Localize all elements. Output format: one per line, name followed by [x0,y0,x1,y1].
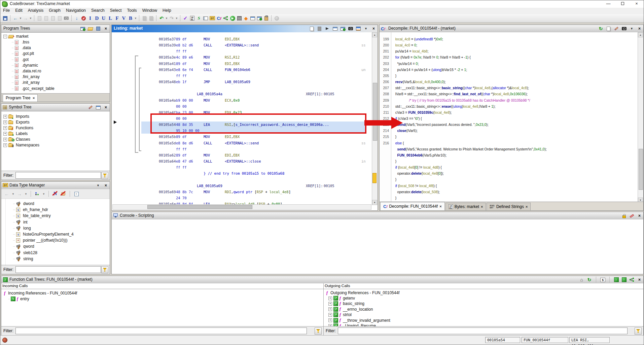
data-type-item[interactable]: ···*pointer __((offset(0x10))) [13,238,68,243]
dropdown-icon[interactable]: ▼ [629,26,635,32]
outgoing-call-item[interactable]: +↗fbasic_string [328,301,364,306]
snapshot-icon[interactable] [348,26,353,32]
listing-row[interactable]: 00105a6289 dfMOVEDI,EBX [112,152,378,158]
listing-row[interactable]: 00105a6948 8b 7cMOVRDI,qword ptr [RSP + … [112,189,378,195]
back-icon[interactable]: ← [12,15,19,22]
outgoing-calls-tree[interactable]: fOutgoing References - FUN_0010544f+↗fge… [324,289,643,326]
calltree-icon[interactable] [223,15,229,22]
incoming-root[interactable]: fIncoming References - FUN_0010544f [4,290,77,296]
scroll-lock-icon[interactable] [621,213,627,219]
symbol-tree-item-labels[interactable]: +●Labels [3,131,28,136]
listing-row[interactable]: } // end try from 00105a15 to 00105a68 [112,170,378,176]
insert-u-icon[interactable]: U [101,15,107,22]
close-icon[interactable]: × [637,26,642,32]
tab-defined-strings[interactable]: 0101DATDefined Strings× [487,203,531,210]
tab-close-icon[interactable]: × [481,205,483,209]
dropdown-icon[interactable]: ▼ [165,15,168,22]
incoming-filter-input[interactable] [15,327,307,334]
data-type-item[interactable]: ···SNoteGnuPropertyElement_4 [13,232,74,237]
listing-row[interactable]: ff ff [112,164,378,170]
tab-close-icon[interactable]: × [526,205,528,209]
menu-select[interactable]: Select [107,8,124,13]
outgoing-filter-input[interactable] [338,327,628,334]
call-trees-header[interactable]: ƒ Function Call Trees: FUN_0010544f - (m… [1,276,643,284]
data-type-item[interactable]: ···qword [13,244,34,249]
decompile-line[interactable]: } [392,195,637,201]
decompile-line[interactable]: send(iVar5,"Access granted. Welcome to P… [392,146,637,152]
menu-analysis[interactable]: Analysis [25,8,46,13]
data-type-item[interactable]: ···Seh_frame_hdr [13,207,48,212]
edit-icon[interactable] [613,26,619,32]
decompile-line[interactable]: local_4c8 = (undefined8 *)0x0; [392,36,637,42]
decompile-vscrollbar[interactable]: ▲ ▼ [638,32,643,203]
dropdown-icon[interactable]: ▼ [363,26,369,32]
data-type-item[interactable]: ···int [13,219,28,225]
decompile-line[interactable]: recv(iVar5,&local_4c8,0x400,0); [392,79,637,85]
clear-bytes-icon[interactable] [148,15,154,22]
insert-v-icon[interactable]: V [121,15,127,22]
decompile-line[interactable]: std::__cxx11::basic_string<>::erase((ulo… [392,103,637,109]
data-type-item[interactable]: ···sleb128 [13,250,37,255]
collapse-all-icon[interactable]: − [73,191,79,197]
memory-icon[interactable] [236,15,242,22]
decompile-line[interactable]: operator.delete(local_508); [392,189,637,195]
close-panel-icon[interactable]: × [637,213,642,219]
validate-icon[interactable]: ✓ [182,15,188,22]
decompile-line[interactable]: } [392,134,637,140]
snapshot-nav-icon[interactable] [63,15,69,22]
listing-row[interactable]: 00 00 [112,103,378,109]
listing-header[interactable]: Listing: market ▼× [112,25,378,33]
outgoing-root[interactable]: fOutgoing References - FUN_0010544f [326,290,399,296]
console-header[interactable]: Console - Scripting × [112,212,643,220]
script-icon[interactable]: S [196,15,202,22]
listing-row[interactable]: 00105a48eb 1fJMPLAB_00105a69 [112,79,378,85]
symbol-tree-item-exports[interactable]: +Exports [3,119,30,125]
tree-item-section[interactable]: ···.dynamic [11,63,38,68]
list-view-icon[interactable] [95,105,101,110]
tab-bytes-market[interactable]: 1001Bytes: market× [445,203,486,210]
filter-options-icon[interactable] [315,327,322,335]
menu-search[interactable]: Search [88,8,107,13]
clear-console-icon[interactable] [629,213,635,219]
program-tree-tab[interactable]: Program Tree × [3,94,38,102]
copy-icon[interactable] [606,26,611,32]
incoming-call-item[interactable]: ··↳fentry [8,296,29,302]
menu-help[interactable]: Help [160,8,174,13]
conflict-mode-icon[interactable] [34,191,40,197]
decompile-line[interactable]: FUN_00104eb6(iVar5,plVar10); [392,152,637,158]
incoming-filter-icon[interactable]: ↓ [613,277,619,283]
console-output[interactable] [112,219,643,274]
dropdown-icon[interactable]: ▼ [175,15,178,22]
listing-row[interactable]: ff ff [112,146,378,152]
decompile-line[interactable]: /* try { // try from 00105a15 to 00105a6… [392,97,637,103]
data-type-item[interactable]: ···long [13,226,31,231]
insert-b-icon[interactable]: B [128,15,134,22]
format-icon[interactable] [355,26,361,32]
filter-options-icon[interactable] [101,172,108,179]
close-icon[interactable]: × [371,26,377,32]
insert-l-icon[interactable]: L [107,15,113,22]
symbol-tree-item-classes[interactable]: +CClasses [3,137,30,142]
open-folder-icon[interactable] [87,26,93,32]
listing-row[interactable]: 24 70 [112,195,378,201]
run-icon[interactable]: ▶ [229,15,236,22]
decompile-header[interactable]: Cf Decompile: FUN_0010544f - (market) ↻▼… [380,25,643,33]
paste-icon[interactable] [317,26,322,32]
outgoing-call-item[interactable]: +↗fgetenv [328,296,355,301]
decompile-line[interactable]: else { [392,140,637,146]
new-tree-icon[interactable] [80,26,85,32]
decompile-line[interactable]: cVar3 = FUN_0010359c(local_4e8); [392,109,637,115]
menu-window[interactable]: Window [140,8,160,13]
decompile-line[interactable]: std::__cxx11::basic_string<>::basic_stri… [392,85,637,91]
listing-row[interactable]: ff ff [112,73,378,79]
bookmark-marker[interactable] [372,173,377,183]
forward-icon[interactable]: → [23,15,29,22]
incoming-calls-tree[interactable]: fIncoming References - FUN_0010544f··↳fe… [1,289,323,326]
binary-icon[interactable]: 1001 [189,15,195,22]
back-icon[interactable]: ← [4,191,10,197]
filter-pointers-icon[interactable] [60,191,66,197]
listing-row[interactable]: 00105a4189 dfMOVEDI,EBX [112,61,378,67]
disable-icon[interactable] [80,15,86,22]
listing-row[interactable]: 00105a39e8 b2 d6CALL<EXTERNAL>::sendss [112,42,378,48]
symbol-tree-item-functions[interactable]: +fFunctions [3,125,33,131]
